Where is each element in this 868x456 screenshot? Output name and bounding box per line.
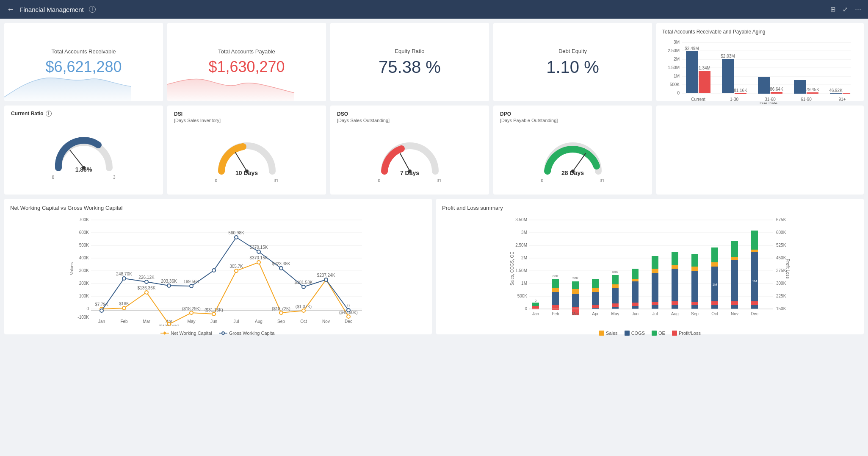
svg-text:100K: 100K <box>79 294 89 298</box>
svg-text:May: May <box>188 319 196 324</box>
svg-text:400K: 400K <box>79 256 89 260</box>
svg-text:Sep: Sep <box>691 311 699 316</box>
dpo-gauge: 28 Days 0 31 <box>500 123 645 189</box>
expand-icon[interactable]: ⤢ <box>843 6 848 13</box>
svg-text:$2.49M: $2.49M <box>685 46 699 51</box>
svg-point-90 <box>100 309 103 312</box>
svg-text:203.36K: 203.36K <box>161 279 177 284</box>
svg-text:Jul: Jul <box>652 311 658 316</box>
svg-text:600K: 600K <box>79 230 89 235</box>
svg-point-67 <box>122 306 126 310</box>
share-icon[interactable]: ⊞ <box>830 6 836 13</box>
svg-text:Sep: Sep <box>277 319 285 324</box>
svg-text:Nov: Nov <box>322 319 330 324</box>
svg-text:1.34M: 1.34M <box>699 66 710 70</box>
svg-text:Feb: Feb <box>120 319 128 324</box>
info-icon: i <box>89 6 96 13</box>
svg-point-94 <box>190 284 193 288</box>
svg-text:675K: 675K <box>776 217 786 222</box>
svg-text:150K: 150K <box>776 306 786 311</box>
svg-text:500K: 500K <box>517 294 528 298</box>
svg-point-70 <box>190 311 193 314</box>
svg-text:3.50M: 3.50M <box>515 217 527 222</box>
svg-rect-169 <box>652 256 658 269</box>
svg-text:Aug: Aug <box>255 319 263 324</box>
gauge-max-2: 31 <box>437 178 441 183</box>
current-ratio-info[interactable]: i <box>46 111 52 117</box>
svg-text:199.56K: 199.56K <box>183 279 199 284</box>
svg-text:86.64K: 86.64K <box>770 87 783 92</box>
svg-rect-183 <box>711 301 718 305</box>
svg-text:0: 0 <box>677 91 680 95</box>
svg-point-95 <box>212 269 216 272</box>
svg-text:2M: 2M <box>674 57 680 61</box>
more-icon[interactable]: ⋯ <box>855 6 861 13</box>
pnl-chart-title: Profit and Loss summary <box>442 205 858 211</box>
svg-point-74 <box>279 311 283 314</box>
gauge-min-0: 0 <box>52 175 55 180</box>
svg-rect-161 <box>612 303 619 307</box>
svg-text:Oct: Oct <box>711 311 718 316</box>
svg-text:305.7K: 305.7K <box>229 264 243 269</box>
svg-text:Jul: Jul <box>234 319 239 324</box>
top-row: Total Accounts Receivable $6,621,280 Tot <box>4 23 864 101</box>
working-capital-legend: Net Working Capital Gross Working Capita… <box>10 331 426 336</box>
kpi-receivable: Total Accounts Receivable $6,621,280 <box>4 23 163 101</box>
svg-rect-165 <box>632 269 639 279</box>
gauge-wrapper-0: 1.86% 0 3 <box>52 134 116 172</box>
gauge-value-1: 10 Days <box>235 170 258 176</box>
legend-sales: Sales <box>599 331 618 336</box>
svg-text:3M: 3M <box>674 40 680 44</box>
svg-text:Jun: Jun <box>632 311 639 316</box>
svg-text:$370.15K: $370.15K <box>250 245 268 250</box>
svg-point-100 <box>324 278 328 281</box>
svg-text:$2.03M: $2.03M <box>721 54 735 58</box>
svg-rect-178 <box>691 302 698 305</box>
svg-text:600K: 600K <box>776 230 786 235</box>
bar-61-90-receivable <box>794 80 806 94</box>
svg-text:300K: 300K <box>79 268 89 273</box>
dsi-gauge: 10 Days 0 31 <box>174 123 319 189</box>
legend-gross: Gross Working Capital <box>219 331 276 336</box>
svg-point-75 <box>302 309 305 312</box>
svg-text:0: 0 <box>525 306 527 311</box>
kpi-debt-equity: Debt Equity 1.10 % <box>493 23 652 101</box>
svg-text:1M: 1M <box>712 283 717 286</box>
svg-text:450K: 450K <box>776 256 786 260</box>
svg-rect-156 <box>592 279 599 288</box>
svg-rect-173 <box>672 252 678 265</box>
svg-text:($31.15K): ($31.15K) <box>205 308 223 312</box>
svg-text:300K: 300K <box>776 281 786 286</box>
svg-text:700K: 700K <box>79 217 89 222</box>
svg-point-73 <box>257 261 260 264</box>
svg-line-33 <box>573 153 586 171</box>
svg-text:Jan: Jan <box>532 311 539 316</box>
middle-row: Current Ratio i 1.86% 0 3 <box>4 106 864 195</box>
svg-rect-181 <box>711 247 718 262</box>
aging-chart-title: Total Accounts Receivable and Payable Ag… <box>662 29 858 35</box>
svg-point-98 <box>279 267 283 270</box>
svg-text:500K: 500K <box>79 243 89 247</box>
svg-text:Mar: Mar <box>572 311 579 316</box>
kpi-receivable-value: $6,621,280 <box>11 58 156 76</box>
svg-text:91+: 91+ <box>839 97 846 102</box>
net-working-line <box>102 262 348 324</box>
gauge-value-0: 1.86% <box>75 166 92 173</box>
svg-rect-151 <box>572 281 579 289</box>
svg-text:Oct: Oct <box>300 319 307 324</box>
svg-point-91 <box>122 277 126 280</box>
svg-text:248.70K: 248.70K <box>116 272 132 276</box>
svg-text:2M: 2M <box>521 256 527 260</box>
svg-point-93 <box>167 284 171 287</box>
svg-point-114 <box>222 332 224 334</box>
svg-text:$323.38K: $323.38K <box>272 261 290 266</box>
svg-text:Mar: Mar <box>143 319 150 324</box>
svg-text:$237.24K: $237.24K <box>317 273 335 278</box>
svg-rect-174 <box>672 301 678 305</box>
main-content: Total Accounts Receivable $6,621,280 Tot <box>0 19 868 339</box>
gauge-dsi: DSI [Days Sales Inventory] 10 Days 0 31 <box>167 106 326 195</box>
svg-text:Jun: Jun <box>210 319 217 324</box>
working-capital-chart-card: Net Working Capital vs Gross Working Cap… <box>4 199 432 334</box>
back-button[interactable]: ← <box>7 5 14 14</box>
svg-text:225K: 225K <box>776 294 786 298</box>
